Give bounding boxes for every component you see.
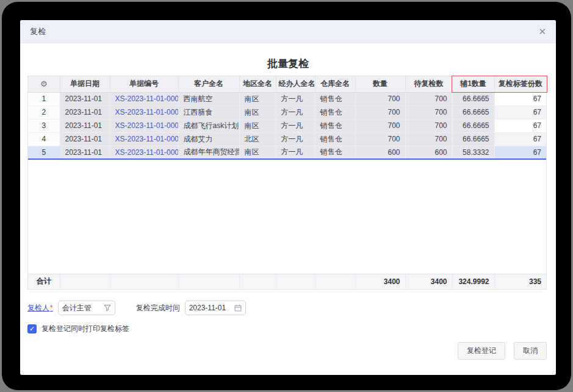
print-label-text: 复检登记同时打印复检标签 xyxy=(41,324,129,334)
table-cell[interactable]: 66.6665 xyxy=(452,92,494,105)
column-header[interactable]: 辅1数量 xyxy=(452,76,494,92)
document-link[interactable]: XS-2023-11-01-00051 xyxy=(115,148,179,157)
table-cell[interactable]: 销售仓 xyxy=(315,146,355,159)
table-cell[interactable]: 700 xyxy=(355,132,405,146)
table-cell[interactable]: 方一凡 xyxy=(276,105,315,119)
table-cell[interactable]: 2023-11-01 xyxy=(60,132,110,146)
table-cell[interactable]: 700 xyxy=(405,105,452,119)
table-cell[interactable]: 67 xyxy=(494,92,546,105)
table-cell[interactable]: 600 xyxy=(355,146,405,159)
close-icon[interactable]: ✕ xyxy=(538,27,546,36)
total-value-cell xyxy=(60,274,110,289)
dialog-title: 复检 xyxy=(30,26,46,37)
table-cell[interactable]: 2023-11-01 xyxy=(60,146,110,159)
table-cell[interactable]: 700 xyxy=(355,105,405,119)
column-header[interactable]: 数量 xyxy=(355,76,405,92)
table-cell[interactable]: 700 xyxy=(405,132,452,146)
table-cell[interactable]: 2023-11-01 xyxy=(60,105,110,119)
table-cell[interactable]: 66.6665 xyxy=(452,105,494,119)
table-row[interactable]: 32023-11-01XS-2023-11-01-00049成都飞行ask计划南… xyxy=(28,119,546,132)
print-label-checkbox[interactable]: ✓ xyxy=(27,324,37,333)
recheck-form-row: 复检人* 复检完成时间 xyxy=(27,301,556,315)
document-link[interactable]: XS-2023-11-01-00049 xyxy=(115,121,179,130)
total-label-cell: 合计 xyxy=(28,274,60,289)
table-cell[interactable]: 方一凡 xyxy=(276,132,315,146)
column-header[interactable]: 客户全名 xyxy=(178,76,239,92)
table-cell[interactable]: 江西膳食 xyxy=(178,105,239,119)
document-link[interactable]: XS-2023-11-01-00050 xyxy=(115,135,179,143)
table-row[interactable]: 42023-11-01XS-2023-11-01-00050成都艾力北区方一凡销… xyxy=(28,132,546,146)
table-cell[interactable]: 销售仓 xyxy=(315,92,355,105)
table-cell[interactable]: 北区 xyxy=(239,132,276,146)
row-number-cell[interactable]: 4 xyxy=(28,132,60,146)
column-header[interactable]: 单据日期 xyxy=(60,76,110,92)
row-number-cell[interactable]: 1 xyxy=(28,92,60,105)
table-cell[interactable]: 方一凡 xyxy=(276,92,315,105)
table-cell[interactable]: 67 xyxy=(494,105,546,119)
table-row[interactable]: 12023-11-01XS-2023-11-01-00047西南航空南区方一凡销… xyxy=(28,92,546,105)
register-button[interactable]: 复检登记 xyxy=(458,342,505,360)
table-cell[interactable]: 方一凡 xyxy=(276,146,315,159)
table-cell[interactable]: 600 xyxy=(405,146,452,159)
time-input[interactable] xyxy=(189,304,232,312)
table-row[interactable]: 22023-11-01XS-2023-11-01-00048江西膳食南区方一凡销… xyxy=(28,105,546,119)
table-cell[interactable]: XS-2023-11-01-00047 xyxy=(110,92,178,105)
page-title: 批量复检 xyxy=(20,57,556,71)
empty-grid-area xyxy=(28,159,546,274)
table-cell[interactable]: 67 xyxy=(494,132,546,146)
table-cell[interactable]: 成都艾力 xyxy=(178,132,239,146)
table-cell[interactable]: 销售仓 xyxy=(315,132,355,146)
inspector-input[interactable] xyxy=(62,304,101,312)
table-cell[interactable]: 700 xyxy=(355,92,405,105)
table-cell[interactable]: 南区 xyxy=(239,146,276,159)
calendar-icon[interactable] xyxy=(234,304,242,312)
table-cell[interactable]: 66.6665 xyxy=(452,132,494,146)
time-label: 复检完成时间 xyxy=(136,303,180,313)
table-cell[interactable]: 58.3332 xyxy=(452,146,494,159)
table-cell[interactable]: 2023-11-01 xyxy=(60,119,110,132)
table-cell[interactable]: 成都飞行ask计划 xyxy=(178,119,239,132)
time-picker[interactable] xyxy=(185,301,246,315)
table-cell[interactable]: 方一凡 xyxy=(276,119,315,132)
document-link[interactable]: XS-2023-11-01-00047 xyxy=(115,94,179,103)
total-value-cell: 335 xyxy=(494,274,546,289)
table-cell[interactable]: 南区 xyxy=(239,105,276,119)
filter-icon[interactable] xyxy=(104,304,111,312)
table-cell[interactable]: XS-2023-11-01-00048 xyxy=(110,105,178,119)
table-cell[interactable]: 66.6665 xyxy=(452,119,494,132)
table-cell[interactable]: XS-2023-11-01-00049 xyxy=(110,119,178,132)
total-value-cell xyxy=(178,274,239,289)
column-header[interactable]: 经办人全名 xyxy=(276,76,315,92)
table-cell[interactable]: 700 xyxy=(355,119,405,132)
table-cell[interactable]: 销售仓 xyxy=(315,105,355,119)
document-link[interactable]: XS-2023-11-01-00048 xyxy=(115,108,179,116)
column-header[interactable]: 复检标签份数 xyxy=(494,76,546,92)
total-value-cell xyxy=(315,274,355,289)
table-cell[interactable]: 700 xyxy=(405,119,452,132)
table-cell[interactable]: 67 xyxy=(494,146,546,159)
table-cell[interactable]: 南区 xyxy=(239,119,276,132)
table-row[interactable]: 52023-11-01XS-2023-11-01-00051成都年年商贸经营部南… xyxy=(28,146,546,159)
column-settings-header[interactable]: ⚙ xyxy=(28,76,60,92)
table-cell[interactable]: XS-2023-11-01-00051 xyxy=(110,146,178,159)
row-number-cell[interactable]: 3 xyxy=(28,119,60,132)
table-cell[interactable]: 67 xyxy=(494,119,546,132)
table-cell[interactable]: XS-2023-11-01-00050 xyxy=(110,132,178,146)
table-cell[interactable]: 2023-11-01 xyxy=(60,92,110,105)
table-cell[interactable]: 西南航空 xyxy=(178,92,239,105)
table-cell[interactable]: 销售仓 xyxy=(315,119,355,132)
column-header[interactable]: 待复检数 xyxy=(405,76,452,92)
table-cell[interactable]: 南区 xyxy=(239,92,276,105)
cancel-button[interactable]: 取消 xyxy=(514,342,547,360)
row-number-cell[interactable]: 2 xyxy=(28,105,60,119)
table-cell[interactable]: 700 xyxy=(405,92,452,105)
column-header[interactable]: 地区全名 xyxy=(239,76,276,92)
total-value-cell: 3400 xyxy=(355,274,405,289)
inspector-select[interactable] xyxy=(58,301,115,315)
table-cell[interactable]: 成都年年商贸经营部 xyxy=(178,146,239,159)
column-header[interactable]: 单据编号 xyxy=(110,76,178,92)
row-number-cell[interactable]: 5 xyxy=(28,146,60,159)
column-header[interactable]: 仓库全名 xyxy=(315,76,355,92)
gear-icon[interactable]: ⚙ xyxy=(40,79,48,88)
inspector-label[interactable]: 复检人* xyxy=(27,303,53,313)
